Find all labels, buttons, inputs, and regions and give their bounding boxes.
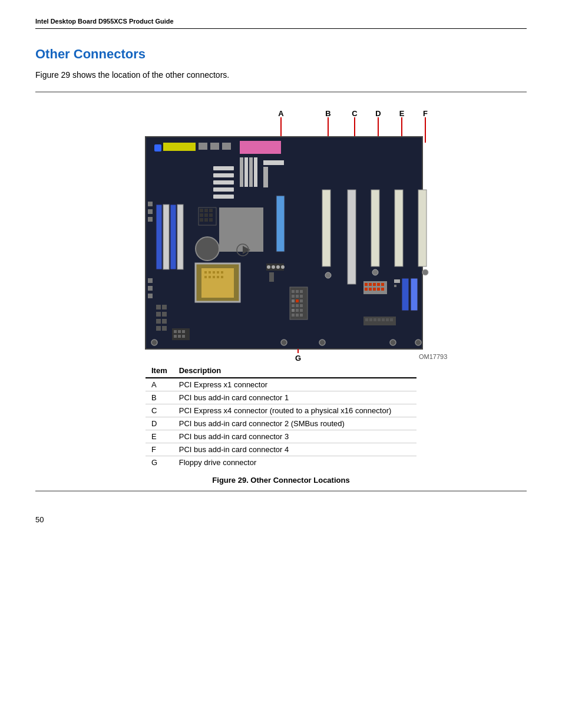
hdr6 bbox=[162, 319, 167, 324]
fp17 bbox=[296, 314, 299, 317]
table-row: EPCI bus add-in card connector 3 bbox=[146, 430, 416, 443]
ram-slot-2 bbox=[163, 205, 169, 269]
pg2 bbox=[204, 209, 208, 212]
mount-bl bbox=[151, 340, 157, 345]
fp6 bbox=[300, 295, 303, 298]
fp18 bbox=[300, 314, 303, 317]
cpu-dot3 bbox=[213, 271, 215, 274]
fp12 bbox=[300, 304, 303, 307]
section-title: Other Connectors bbox=[35, 47, 527, 62]
intro-text: Figure 29 shows the location of the othe… bbox=[35, 70, 527, 80]
io-5 bbox=[148, 286, 153, 291]
label-C: C bbox=[352, 109, 358, 118]
bg3 bbox=[182, 330, 185, 333]
header-text: Intel Desktop Board D955XCS Product Guid… bbox=[35, 18, 174, 25]
pcb-conn-3 bbox=[213, 180, 234, 185]
col-item: Item bbox=[146, 364, 173, 378]
fp5 bbox=[296, 295, 299, 298]
table-cell-item: E bbox=[146, 430, 173, 443]
page-number: 50 bbox=[35, 515, 527, 524]
pg6 bbox=[209, 213, 213, 217]
table-cell-description: PCI Express x4 connector (routed to a ph… bbox=[173, 404, 416, 417]
screw-3 bbox=[422, 269, 428, 275]
pcie-x1-slot bbox=[276, 196, 285, 252]
figure-id: OM17793 bbox=[419, 353, 447, 360]
label-B: B bbox=[325, 109, 330, 118]
table-row: CPCI Express x4 connector (routed to a p… bbox=[146, 404, 416, 417]
pgr9 bbox=[377, 288, 380, 291]
pin2 bbox=[272, 265, 275, 269]
fp13 bbox=[292, 309, 295, 312]
table-cell-description: PCI bus add-in card connector 1 bbox=[173, 391, 416, 404]
hp4 bbox=[378, 318, 381, 321]
table-cell-description: PCI bus add-in card connector 2 (SMBus r… bbox=[173, 417, 416, 430]
pcb-chipset bbox=[219, 207, 263, 252]
fp4 bbox=[292, 295, 295, 298]
pcie-x4-slot bbox=[348, 190, 356, 284]
pcb-pink-block bbox=[240, 141, 281, 154]
pcb-conn-5 bbox=[213, 195, 234, 199]
table-cell-description: PCI Express x1 connector bbox=[173, 378, 416, 391]
fp2 bbox=[296, 290, 299, 293]
table-row: APCI Express x1 connector bbox=[146, 378, 416, 391]
pcb-block1 bbox=[199, 143, 207, 150]
cpu-dot8 bbox=[213, 276, 215, 278]
pgr6 bbox=[365, 288, 368, 291]
pg3 bbox=[209, 209, 213, 212]
pcb-battery bbox=[196, 237, 219, 261]
mem-slot-2 bbox=[244, 157, 248, 187]
cpu-dot6 bbox=[204, 276, 207, 278]
mem-slot-3 bbox=[249, 157, 253, 187]
pin3 bbox=[276, 265, 280, 269]
pcb-yellow-strip bbox=[163, 143, 196, 151]
table-row: GFloppy drive connector bbox=[146, 456, 416, 469]
table-cell-item: A bbox=[146, 378, 173, 391]
blue-conn-1 bbox=[402, 278, 409, 311]
fp8-colored bbox=[296, 299, 299, 302]
table-row: FPCI bus add-in card connector 4 bbox=[146, 443, 416, 456]
pcb-vert-conn bbox=[263, 167, 268, 187]
table-cell-item: C bbox=[146, 404, 173, 417]
io-1 bbox=[148, 202, 153, 206]
figure-container: A B C D E F bbox=[35, 91, 527, 492]
pg4 bbox=[200, 213, 203, 217]
label-D: D bbox=[375, 109, 381, 118]
hdr3 bbox=[156, 312, 161, 317]
pgr3 bbox=[373, 283, 376, 286]
hp5 bbox=[382, 318, 385, 321]
pg9 bbox=[209, 218, 213, 222]
table-cell-item: D bbox=[146, 417, 173, 430]
connector-table: Item Description APCI Express x1 connect… bbox=[146, 364, 416, 469]
cpu-dot9 bbox=[217, 276, 219, 278]
figure-caption: Figure 29. Other Connector Locations bbox=[35, 476, 527, 485]
bg5 bbox=[178, 335, 181, 338]
bg2 bbox=[178, 330, 181, 333]
fp11 bbox=[296, 304, 299, 307]
cpu-dot10 bbox=[221, 276, 223, 278]
pgr8 bbox=[373, 288, 376, 291]
pgr5 bbox=[381, 283, 384, 286]
label-G: G bbox=[295, 354, 301, 363]
ram-slot-3 bbox=[170, 205, 176, 269]
pcb-conn-4 bbox=[213, 187, 234, 192]
label-A: A bbox=[278, 109, 284, 118]
hp2 bbox=[369, 318, 372, 321]
table-cell-item: F bbox=[146, 443, 173, 456]
hdr7 bbox=[156, 326, 161, 331]
table-row: DPCI bus add-in card connector 2 (SMBus … bbox=[146, 417, 416, 430]
pcb-block2 bbox=[210, 143, 219, 150]
pcb-conn-2 bbox=[213, 173, 234, 177]
table-cell-item: B bbox=[146, 391, 173, 404]
mount-br2 bbox=[415, 340, 421, 345]
jumper-dot bbox=[394, 285, 396, 287]
fp1 bbox=[292, 290, 295, 293]
io-6 bbox=[148, 294, 153, 298]
table-cell-description: Floppy drive connector bbox=[173, 456, 416, 469]
pcb-conn-1 bbox=[213, 166, 234, 170]
hp3 bbox=[373, 318, 376, 321]
cpu-dot5 bbox=[221, 271, 223, 274]
pgr2 bbox=[369, 283, 372, 286]
table-row: BPCI bus add-in card connector 1 bbox=[146, 391, 416, 404]
fp15 bbox=[300, 309, 303, 312]
pci-slot-b bbox=[322, 190, 330, 266]
